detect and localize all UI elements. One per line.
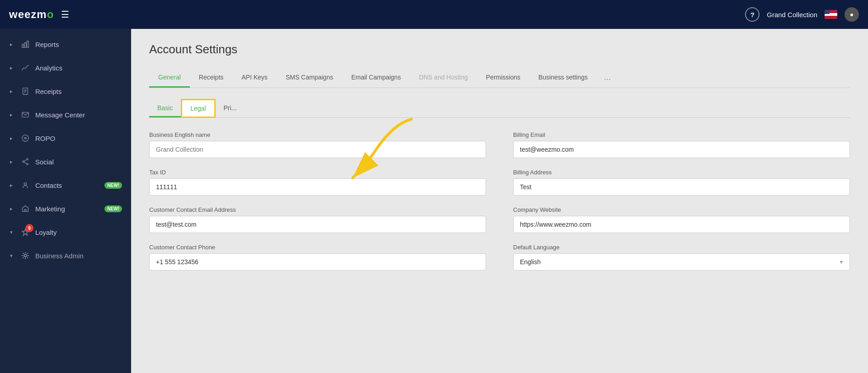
sidebar-label-receipts: Receipts: [35, 88, 122, 95]
business-english-name-group: Business English name: [149, 131, 486, 158]
company-website-label: Company Website: [513, 206, 850, 213]
tab-sms-campaigns[interactable]: SMS Campaigns: [277, 68, 342, 88]
sidebar-item-reports[interactable]: ► Reports: [0, 33, 131, 56]
svg-point-11: [23, 161, 24, 163]
page-title: Account Settings: [149, 42, 850, 56]
org-name: Grand Collection: [767, 11, 817, 19]
expand-arrow-marketing: ►: [9, 206, 14, 211]
top-navigation: weezmo ☰ ? Grand Collection ●: [0, 0, 868, 29]
svg-line-12: [24, 160, 26, 162]
subtab-privacy[interactable]: Pri...: [216, 100, 245, 117]
svg-rect-0: [22, 44, 24, 47]
bar-chart-icon: [21, 63, 30, 72]
svg-point-10: [27, 163, 28, 165]
expand-arrow-message-center: ►: [9, 112, 14, 117]
sidebar-label-reports: Reports: [35, 41, 122, 48]
customer-contact-phone-input[interactable]: [149, 253, 486, 270]
sidebar-label-loyalty: Loyalty: [35, 228, 122, 236]
svg-point-9: [27, 159, 28, 160]
billing-email-group: Billing Email: [513, 131, 850, 158]
billing-address-label: Billing Address: [513, 169, 850, 176]
sidebar-item-social[interactable]: ► Social: [0, 150, 131, 173]
customer-contact-phone-label: Customer Contact Phone: [149, 244, 486, 251]
expand-arrow-contacts: ►: [9, 183, 14, 188]
billing-address-input[interactable]: [513, 178, 850, 196]
sidebar-label-analytics: Analytics: [35, 64, 122, 72]
tab-receipts[interactable]: Receipts: [190, 68, 232, 88]
ropo-icon: [21, 134, 30, 143]
svg-point-15: [24, 254, 26, 256]
sidebar-item-analytics[interactable]: ► Analytics: [0, 56, 131, 79]
tax-id-input[interactable]: [149, 178, 486, 196]
business-english-name-label: Business English name: [149, 131, 486, 138]
expand-arrow-reports: ►: [9, 42, 14, 47]
sidebar-label-contacts: Contacts: [35, 182, 99, 189]
social-icon: [21, 157, 30, 166]
svg-rect-2: [27, 41, 29, 47]
marketing-new-badge: NEW!: [104, 205, 122, 212]
help-button[interactable]: ?: [745, 7, 760, 22]
sidebar-item-business-admin[interactable]: ▼ Business Admin: [0, 244, 131, 267]
sidebar-item-ropo[interactable]: ► ROPO: [0, 126, 131, 150]
default-language-group: Default Language English Spanish French: [513, 244, 850, 270]
expand-arrow-loyalty: ▼: [9, 230, 14, 235]
expand-arrow-receipts: ►: [9, 89, 14, 94]
default-language-select-wrapper: English Spanish French: [513, 253, 850, 270]
language-flag-icon[interactable]: [825, 10, 837, 19]
tab-business-settings[interactable]: Business settings: [529, 68, 597, 88]
billing-address-group: Billing Address: [513, 169, 850, 196]
loyalty-notification-badge: 9: [25, 224, 33, 232]
svg-rect-7: [22, 112, 28, 117]
sidebar-item-contacts[interactable]: ► Contacts NEW!: [0, 173, 131, 197]
sidebar-item-message-center[interactable]: ► Message Center: [0, 103, 131, 126]
settings-form: Business English name Billing Email Tax …: [149, 131, 850, 270]
default-language-label: Default Language: [513, 244, 850, 251]
billing-email-label: Billing Email: [513, 131, 850, 138]
logo-area: weezmo ☰: [9, 8, 745, 21]
secondary-tabs: Basic Legal Pri...: [149, 99, 850, 118]
sidebar: ► Reports ► Analytics ► Receipts ► M: [0, 29, 131, 373]
primary-tabs: General Receipts API Keys SMS Campaigns …: [149, 67, 850, 88]
billing-email-input[interactable]: [513, 141, 850, 158]
tab-api-keys[interactable]: API Keys: [232, 68, 277, 88]
default-language-select[interactable]: English Spanish French: [513, 253, 850, 270]
marketing-icon: [21, 204, 30, 213]
hamburger-menu[interactable]: ☰: [61, 9, 69, 20]
business-english-name-input[interactable]: [149, 141, 486, 158]
customer-contact-email-group: Customer Contact Email Address: [149, 206, 486, 233]
tab-permissions[interactable]: Permissions: [477, 68, 529, 88]
svg-rect-1: [24, 42, 26, 47]
settings-icon: [21, 251, 30, 260]
sidebar-label-business-admin: Business Admin: [35, 252, 122, 260]
main-content: Account Settings General Receipts API Ke…: [131, 29, 868, 373]
svg-point-8: [22, 135, 28, 141]
tab-email-campaigns[interactable]: Email Campaigns: [342, 68, 410, 88]
sidebar-item-loyalty[interactable]: ▼ 9 Loyalty: [0, 220, 131, 244]
topnav-right: ? Grand Collection ●: [745, 7, 859, 22]
subtab-legal[interactable]: Legal: [181, 99, 215, 118]
app-logo: weezmo: [9, 8, 54, 21]
sidebar-label-social: Social: [35, 158, 122, 166]
svg-line-13: [24, 162, 26, 164]
subtab-basic[interactable]: Basic: [149, 100, 181, 117]
sidebar-item-marketing[interactable]: ► Marketing NEW!: [0, 197, 131, 220]
customer-contact-email-input[interactable]: [149, 216, 486, 233]
sidebar-item-receipts[interactable]: ► Receipts: [0, 79, 131, 103]
company-website-group: Company Website: [513, 206, 850, 233]
message-icon: [21, 110, 30, 119]
tab-more[interactable]: ...: [599, 67, 616, 88]
expand-arrow-ropo: ►: [9, 136, 14, 141]
tax-id-label: Tax ID: [149, 169, 486, 176]
customer-contact-phone-group: Customer Contact Phone: [149, 244, 486, 270]
sidebar-label-message-center: Message Center: [35, 111, 122, 119]
loyalty-icon: 9: [21, 228, 30, 237]
expand-arrow-business-admin: ▼: [9, 253, 14, 258]
sidebar-label-marketing: Marketing: [35, 205, 99, 213]
expand-arrow-analytics: ►: [9, 65, 14, 70]
contacts-icon: [21, 181, 30, 190]
tab-general[interactable]: General: [149, 68, 190, 88]
expand-arrow-social: ►: [9, 159, 14, 164]
company-website-input[interactable]: [513, 216, 850, 233]
user-avatar[interactable]: ●: [844, 7, 859, 22]
tab-dns-hosting[interactable]: DNS and Hosting: [410, 68, 477, 88]
